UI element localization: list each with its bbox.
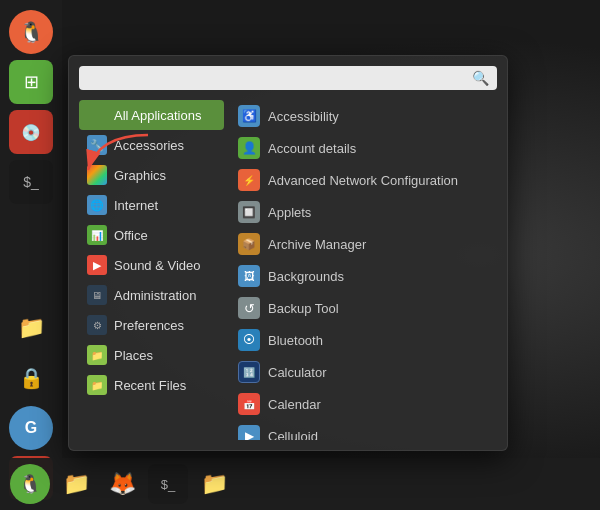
app-archive-manager[interactable]: 📦 Archive Manager (232, 228, 497, 260)
celluloid-icon: ▶ (238, 425, 260, 440)
category-panel: All Applications 🔧 Accessories Graphics … (79, 100, 224, 440)
mint-icon[interactable]: 🐧 (9, 10, 53, 54)
recent-icon: 📁 (87, 375, 107, 395)
app-backgrounds[interactable]: 🖼 Backgrounds (232, 260, 497, 292)
calculator-icon: 🔢 (238, 361, 260, 383)
category-graphics[interactable]: Graphics (79, 160, 224, 190)
files-bottom-icon[interactable]: 📁 (56, 464, 96, 504)
app-bluetooth[interactable]: ⦿ Bluetooth (232, 324, 497, 356)
browser-bottom-icon[interactable]: 🦊 (102, 464, 142, 504)
search-input[interactable] (87, 70, 472, 86)
apps-grid-icon[interactable]: ⊞ (9, 60, 53, 104)
folder-bottom-icon[interactable]: 📁 (194, 464, 234, 504)
terminal-icon[interactable]: $_ (9, 160, 53, 204)
category-preferences[interactable]: ⚙ Preferences (79, 310, 224, 340)
left-taskbar: 🐧 ⊞ 💿 $_ 📁 🔒 G ⏻ (0, 0, 62, 510)
apps-panel: ♿ Accessibility 👤 Account details ⚡ Adva… (224, 100, 497, 440)
sound-video-icon: ▶ (87, 255, 107, 275)
app-celluloid[interactable]: ▶ Celluloid (232, 420, 497, 440)
accessories-icon: 🔧 (87, 135, 107, 155)
app-account-details[interactable]: 👤 Account details (232, 132, 497, 164)
mint-bottom-icon[interactable]: 🐧 (10, 464, 50, 504)
backgrounds-icon: 🖼 (238, 265, 260, 287)
applets-icon: 🔲 (238, 201, 260, 223)
app-applets[interactable]: 🔲 Applets (232, 196, 497, 228)
category-accessories[interactable]: 🔧 Accessories (79, 130, 224, 160)
app-backup-tool[interactable]: ↺ Backup Tool (232, 292, 497, 324)
category-recent[interactable]: 📁 Recent Files (79, 370, 224, 400)
app-advanced-network[interactable]: ⚡ Advanced Network Configuration (232, 164, 497, 196)
category-office[interactable]: 📊 Office (79, 220, 224, 250)
category-all[interactable]: All Applications (79, 100, 224, 130)
category-internet[interactable]: 🌐 Internet (79, 190, 224, 220)
graphics-icon (87, 165, 107, 185)
archive-manager-icon: 📦 (238, 233, 260, 255)
terminal-bottom-icon[interactable]: $_ (148, 464, 188, 504)
accessibility-icon: ♿ (238, 105, 260, 127)
lock-icon[interactable]: 🔒 (9, 356, 53, 400)
calendar-icon: 📅 (238, 393, 260, 415)
bluetooth-icon: ⦿ (238, 329, 260, 351)
places-icon: 📁 (87, 345, 107, 365)
menu-content: All Applications 🔧 Accessories Graphics … (79, 100, 497, 440)
bottom-taskbar: 🐧 📁 🦊 $_ 📁 (0, 458, 600, 510)
category-administration[interactable]: 🖥 Administration (79, 280, 224, 310)
advanced-network-icon: ⚡ (238, 169, 260, 191)
app-menu: 🔍 All Applications 🔧 Accessories Graphic… (68, 55, 508, 451)
app-calculator[interactable]: 🔢 Calculator (232, 356, 497, 388)
all-apps-icon (87, 105, 107, 125)
office-icon: 📊 (87, 225, 107, 245)
backup-tool-icon: ↺ (238, 297, 260, 319)
search-icon[interactable]: 🔍 (472, 70, 489, 86)
internet-icon: 🌐 (87, 195, 107, 215)
account-details-icon: 👤 (238, 137, 260, 159)
google-icon[interactable]: G (9, 406, 53, 450)
software-icon[interactable]: 💿 (9, 110, 53, 154)
files-icon[interactable]: 📁 (9, 306, 53, 350)
category-sound-video[interactable]: ▶ Sound & Video (79, 250, 224, 280)
app-accessibility[interactable]: ♿ Accessibility (232, 100, 497, 132)
category-places[interactable]: 📁 Places (79, 340, 224, 370)
administration-icon: 🖥 (87, 285, 107, 305)
preferences-icon: ⚙ (87, 315, 107, 335)
app-calendar[interactable]: 📅 Calendar (232, 388, 497, 420)
search-bar[interactable]: 🔍 (79, 66, 497, 90)
